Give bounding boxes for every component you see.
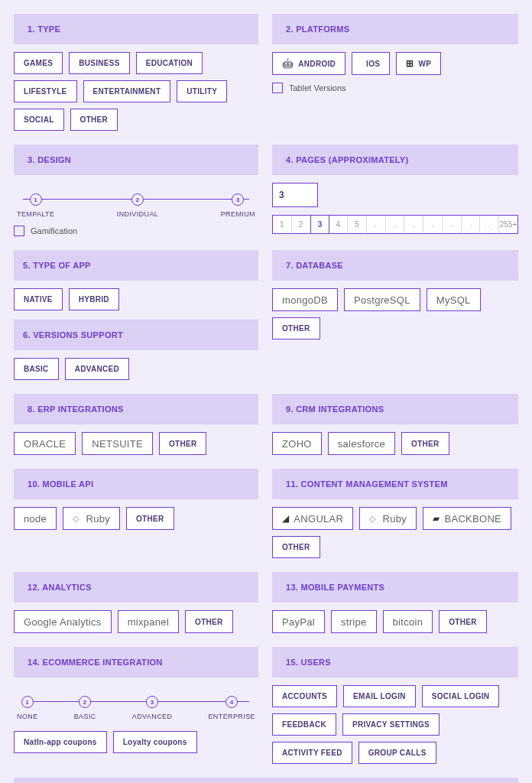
option-chip[interactable]: ACCOUNTS [272,685,337,707]
option-chip[interactable]: EDUCATION [136,52,203,74]
platform-android[interactable]: 🤖ANDROID [272,52,345,75]
slider-node-template[interactable]: 1TEMPALTE [17,193,54,218]
pager-cell[interactable]: 3 [310,215,330,234]
section-pages: 4. PAGES (APPROXIMATELY) 12345.......255… [272,145,518,234]
option-chip[interactable]: GAMES [14,52,63,74]
section-extra-features: 16. EXTRA FEATURES AUDIOCAMERA3RD PARTY … [14,778,518,783]
option-chip[interactable]: ENTERTAINMENT [83,80,171,102]
option-chip[interactable]: GROUP CALLS [358,742,436,764]
slider-node-enterprise[interactable]: 4ENTERPRISE [208,696,255,720]
section-title: 4. PAGES (APPROXIMATELY) [272,145,518,175]
option-chip[interactable]: HYBRID [69,288,119,310]
option-chip[interactable]: ADVANCED [65,358,129,380]
cms-other[interactable]: OTHER [272,536,320,558]
section-type: 1. TYPE GAMESBUSINESSEDUCATIONLIFESTYLEE… [14,14,258,131]
section-title: 8. ERP INTEGRATIONS [14,394,258,424]
logo-chip[interactable]: NETSUITE [82,432,153,455]
pager-cell[interactable]: . [404,216,423,233]
section-title: 5. TYPE OF APP [14,250,258,281]
option-chip[interactable]: ACTIVITY FEED [272,742,352,764]
other-chip[interactable]: OTHER [159,432,207,455]
option-chip[interactable]: LIFESTYLE [14,80,77,102]
design-slider[interactable]: 1TEMPALTE 2INDIVIDUAL 3PREMIUM [17,193,255,218]
section-erp: 8. ERP INTEGRATIONS ORACLENETSUITEOTHER [14,394,258,455]
section-title: 13. MOBILE PAYMENTS [272,572,518,603]
option-chip[interactable]: NatIn-app coupons [14,731,107,753]
versions-options: BASICADVANCED [14,350,258,380]
option-chip[interactable]: SOCIAL [14,109,64,131]
option-chip[interactable]: BUSINESS [69,52,130,74]
payments-options: PayPalstripebitcoinOTHER [272,603,518,633]
pager-cell[interactable]: 255+ [499,216,517,233]
logo-chip[interactable]: bitcoin [383,610,433,633]
option-chip[interactable]: UTILITY [177,80,227,102]
other-chip[interactable]: OTHER [185,610,233,633]
slider-node-advanced[interactable]: 3ADVANCED [132,696,173,720]
option-chip[interactable]: BASIC [14,358,59,380]
logo-chip[interactable]: ZOHO [272,432,322,455]
checkbox-icon[interactable] [14,226,24,236]
slider-node-none[interactable]: 1NONE [17,696,38,720]
option-chip[interactable]: SOCIAL LOGIN [422,685,500,707]
other-chip[interactable]: OTHER [272,317,320,340]
pager-cell[interactable]: . [480,216,499,233]
logo-chip[interactable]: salesforce [328,432,395,455]
pager-cell[interactable]: . [386,216,405,233]
section-title: 15. USERS [272,647,518,677]
section-payments: 13. MOBILE PAYMENTS PayPalstripebitcoinO… [272,572,518,633]
option-chip[interactable]: FEEDBACK [272,713,336,736]
cms-angular[interactable]: ◢ANGULAR [272,507,353,530]
logo-chip[interactable]: PayPal [272,610,325,633]
section-title: 6. VERSIONS SUPPORT [14,320,258,350]
api-ruby[interactable]: Ruby [63,507,120,530]
api-other[interactable]: OTHER [126,507,174,530]
option-chip[interactable]: OTHER [70,109,118,131]
pages-input[interactable] [272,183,318,207]
pager-cell[interactable]: 1 [273,216,292,233]
logo-chip[interactable]: stripe [331,610,377,633]
option-chip[interactable]: EMAIL LOGIN [343,685,416,707]
cms-backbone[interactable]: ▰BACKBONE [423,507,511,530]
logo-chip[interactable]: mixpanel [118,610,179,633]
section-ecommerce: 14. ECOMMERCE INTEGRATION 1NONE 2BASIC 3… [14,647,258,753]
type-options: GAMESBUSINESSEDUCATIONLIFESTYLEENTERTAIN… [14,44,258,131]
cms-ruby[interactable]: Ruby [359,507,417,530]
slider-node-basic[interactable]: 2BASIC [74,696,96,720]
pager-cell[interactable]: 2 [292,216,311,233]
checkbox-icon[interactable] [272,83,283,93]
option-chip[interactable]: PRIVACY SETTINGS [342,713,440,736]
pager-cell[interactable]: . [462,216,481,233]
pager-cell[interactable]: . [367,216,386,233]
logo-chip[interactable]: Google Analytics [14,610,112,633]
other-chip[interactable]: OTHER [401,432,449,455]
pager-cell[interactable]: . [443,216,462,233]
option-chip[interactable]: Loyalty coupons [113,731,197,753]
section-title: 14. ECOMMERCE INTEGRATION [14,647,258,677]
logo-chip[interactable]: ORACLE [14,432,76,455]
pager-cell[interactable]: 5 [348,216,367,233]
api-node[interactable]: node [14,507,57,530]
logo-chip[interactable]: MySQL [427,288,481,311]
slider-node-individual[interactable]: 2INDIVIDUAL [117,193,159,218]
gamification-checkbox[interactable]: Gamification [14,226,258,236]
section-title: 12. ANALYTICS [14,572,258,603]
logo-chip[interactable]: PostgreSQL [344,288,420,311]
logo-chip[interactable]: mongoDB [272,288,338,311]
platform-wp[interactable]: ⊞WP [396,52,441,75]
pager-cell[interactable]: . [423,216,443,233]
slider-node-premium[interactable]: 3PREMIUM [221,193,255,218]
crm-options: ZOHOsalesforceOTHER [272,424,518,455]
pager-cell[interactable]: 4 [329,216,348,233]
tablet-versions-checkbox[interactable]: Tablet Versions [272,83,518,93]
section-title: 9. CRM INTEGRATIONS [272,394,518,424]
users-options: ACCOUNTSEMAIL LOGINSOCIAL LOGINFEEDBACKP… [272,677,518,764]
option-chip[interactable]: NATIVE [14,288,63,310]
ecommerce-slider[interactable]: 1NONE 2BASIC 3ADVANCED 4ENTERPRISE [17,696,255,720]
other-chip[interactable]: OTHER [439,610,487,633]
database-options: mongoDBPostgreSQLMySQLOTHER [272,281,518,340]
platform-ios[interactable]: IOS [352,52,390,75]
section-mobile-api: 10. MOBILE API node Ruby OTHER [14,469,258,530]
windows-icon: ⊞ [406,59,414,68]
section-analytics: 12. ANALYTICS Google AnalyticsmixpanelOT… [14,572,258,633]
analytics-options: Google AnalyticsmixpanelOTHER [14,603,258,633]
